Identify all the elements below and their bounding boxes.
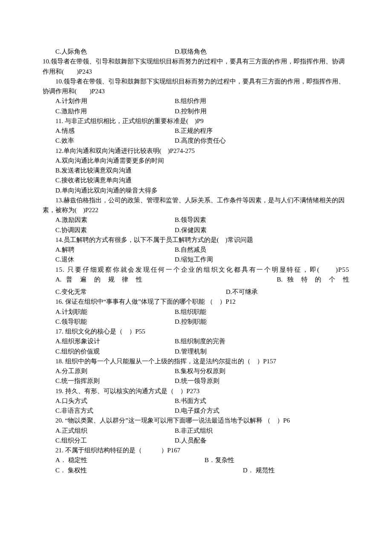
q13-option-a: A.激励因素 — [43, 215, 175, 225]
q21-option-d: D． 规范性 — [243, 466, 349, 475]
q9-option-c: C.人际角色 — [43, 47, 175, 57]
q14-options-cd: C.退休 D.缩短工作周 — [43, 255, 349, 265]
q20-options-ab: A.正式组织 B.非正式组织 — [43, 426, 349, 436]
q16-stem: 16. 保证在组织中“事事有人做”体现了下面的哪个职能 （ ）P12 — [43, 297, 349, 307]
q11-option-c: C.效率 — [43, 136, 175, 146]
q11-option-b: B.正规的程序 — [175, 126, 349, 136]
q11-options-ab: A.情感 B.正规的程序 — [43, 126, 349, 136]
q12-option-c: C.接收者比较满意单向沟通 — [43, 175, 349, 185]
q19-options-cd: C.非语言方式 D.电子媒介方式 — [43, 406, 349, 416]
q13-option-d: D.保健因素 — [175, 225, 349, 235]
q18-option-d: D.统一领导原则 — [175, 376, 349, 386]
q11-option-d: D.高度的你责任心 — [175, 136, 349, 146]
q20-options-cd: C.组织分工 D.人员配备 — [43, 436, 349, 446]
q10-option-a: A.计划作用 — [43, 96, 175, 106]
q14-options-ab: A.解聘 B.自然减员 — [43, 245, 349, 255]
q19-stem: 19. 持久、有形、可以核实的沟通方式是（ ）P273 — [43, 386, 349, 396]
q21-option-a: A． 稳定性 — [43, 455, 205, 465]
q19-option-c: C.非语言方式 — [43, 406, 175, 416]
q16-options-ab: A.计划职能 B.组织职能 — [43, 307, 349, 317]
q14-option-d: D.缩短工作周 — [175, 255, 349, 265]
q15-option-c: C.变化无常 — [43, 287, 226, 297]
q10-options-cd: C.激励作用 D.控制作用 — [43, 106, 349, 116]
q16-option-a: A.计划职能 — [43, 307, 175, 317]
q17-stem: 17. 组织文化的核心是（ ）P55 — [43, 327, 349, 336]
q17-option-d: D.管理机制 — [175, 347, 349, 357]
q9-options-cd: C.人际角色 D.联络角色 — [43, 47, 349, 57]
q10-option-c: C.激励作用 — [43, 106, 175, 116]
q12-option-a: A.双向沟通比单向沟通需要更多的时间 — [43, 156, 349, 166]
q10-stem-line: 10.领导者在带领、引导和鼓舞部下实现组织目标而努力的过程中，要具有三方面的作用… — [43, 77, 349, 97]
q20-option-a: A.正式组织 — [43, 426, 175, 436]
q11-option-a: A.情感 — [43, 126, 175, 136]
q18-options-cd: C.统一指挥原则 D.统一领导原则 — [43, 376, 349, 386]
q17-option-c: C.组织的价值观 — [43, 347, 175, 357]
q21-option-c: C． 集权性 — [43, 466, 243, 475]
q13-option-c: C.协调因素 — [43, 225, 175, 235]
q14-option-a: A.解聘 — [43, 245, 175, 255]
q10-stem: 10.领导者在带领、引导和鼓舞部下实现组织目标而努力的过程中，要具有三方面的作用… — [30, 57, 349, 77]
q14-option-b: B.自然减员 — [175, 245, 349, 255]
q14-stem: 14.员工解聘的方式有很多，以下不属于员工解聘方式的是( )常识问题 — [43, 235, 349, 245]
q16-option-d: D.控制职能 — [175, 317, 349, 327]
q17-options-cd: C.组织的价值观 D.管理机制 — [43, 347, 349, 357]
q21-options-cd: C． 集权性 D． 规范性 — [43, 466, 349, 475]
q18-options-ab: A.分工原则 B.集权与分权原则 — [43, 366, 349, 376]
q19-options-ab: A.口头方式 B.书面方式 — [43, 396, 349, 406]
q10-options-ab: A.计划作用 B.组织作用 — [43, 96, 349, 106]
q12-option-d: D.单向沟通比双向沟通的噪音大得多 — [43, 186, 349, 196]
q10-option-d: D.控制作用 — [175, 106, 349, 116]
q18-option-c: C.统一指挥原则 — [43, 376, 175, 386]
q9-option-d: D.联络角色 — [175, 47, 349, 57]
q20-option-d: D.人员配备 — [175, 436, 349, 446]
q14-option-c: C.退休 — [43, 255, 175, 265]
q18-option-a: A.分工原则 — [43, 366, 175, 376]
q15-option-d: D.不可继承 — [226, 287, 349, 297]
q16-options-cd: C.领导职能 D.控制职能 — [43, 317, 349, 327]
q13-stem: 13.赫兹伯格指出，公司的政策、管理和监管、人际关系、工作条件等因素，是与人们不… — [43, 196, 349, 216]
q18-stem: 18. 组织中的每一个人只能服从一个上级的指挥，这是法约尔提出的（ ）P157 — [43, 357, 349, 366]
q15-options-cd: C.变化无常 D.不可继承 — [43, 287, 349, 297]
q12-option-b: B.发送者比较满意双向沟通 — [43, 166, 349, 175]
q15-option-ab: A. 普 遍 的 规 律 性 B. 独 特 的 个 性 — [43, 275, 349, 285]
q12-stem: 12.单向沟通和双向沟通进行比较表明( )P274-275 — [43, 146, 349, 156]
q20-option-c: C.组织分工 — [43, 436, 175, 446]
q17-option-a: A.组织形象设计 — [43, 336, 175, 346]
q13-options-ab: A.激励因素 B.领导因素 — [43, 215, 349, 225]
q16-option-c: C.领导职能 — [43, 317, 175, 327]
q19-option-a: A.口头方式 — [43, 396, 175, 406]
q18-option-b: B.集权与分权原则 — [175, 366, 349, 376]
q17-options-ab: A.组织形象设计 B.组织制度的完善 — [43, 336, 349, 346]
q21-stem: 21. 不属于组织结构特征的是（ ）P167 — [43, 446, 349, 455]
q11-options-cd: C.效率 D.高度的你责任心 — [43, 136, 349, 146]
q19-option-b: B.书面方式 — [175, 396, 349, 406]
q13-options-cd: C.协调因素 D.保健因素 — [43, 225, 349, 235]
q19-option-d: D.电子媒介方式 — [175, 406, 349, 416]
q13-option-b: B.领导因素 — [175, 215, 349, 225]
q16-option-b: B.组织职能 — [175, 307, 349, 317]
q21-options-ab: A． 稳定性 B．复杂性 — [43, 455, 349, 465]
q17-option-b: B.组织制度的完善 — [175, 336, 349, 346]
q21-option-b: B．复杂性 — [205, 455, 349, 465]
q10-option-b: B.组织作用 — [175, 96, 349, 106]
q20-option-b: B.非正式组织 — [175, 426, 349, 436]
q15-stem: 15. 只要仔细观察你就会发现任何一个企业的组织文化都具有一个明显特征，即( )… — [43, 265, 349, 275]
q11-stem: 11. 与非正式组织相比，正式组织的重要标准是( )P9 — [43, 116, 349, 126]
q20-stem: 20. “物以类聚、人以群分”这一现象可以用下面哪一说法最适当地予以解释 （ ）… — [43, 416, 349, 426]
